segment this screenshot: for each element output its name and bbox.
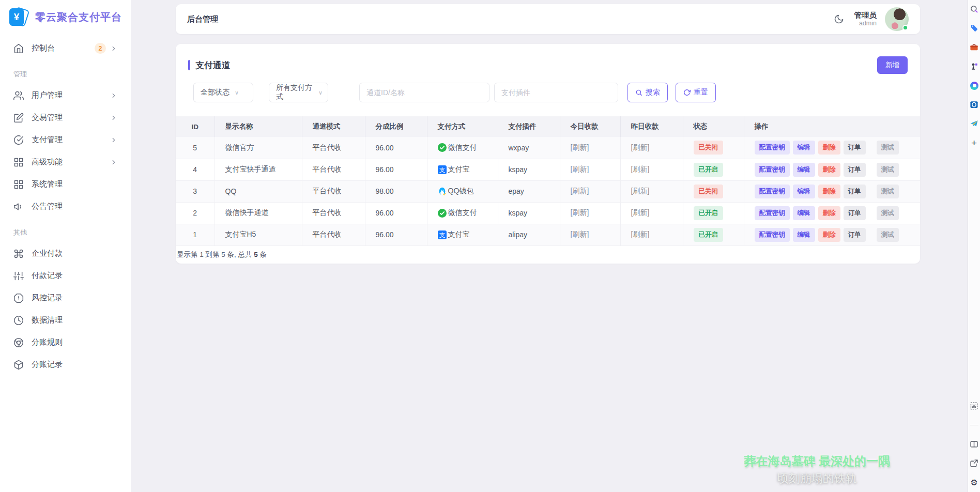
channel-id-input[interactable] [359,83,489,102]
chevron-right-icon [110,159,117,166]
cell-channel-mode: 平台代收 [302,137,365,159]
refresh-yesterday-link[interactable]: [刷新] [631,230,650,238]
configure-keys-button[interactable]: 配置密钥 [755,141,790,155]
app-title: 零云聚合支付平台 [35,10,122,24]
refresh-today-link[interactable]: [刷新] [571,187,589,195]
sidebar-item-sliders[interactable]: 付款记录 [7,265,124,287]
chess-icon[interactable] [970,62,978,71]
grid-icon [13,179,24,190]
cell-operations: 配置密钥编辑删除订单测试 [744,202,920,224]
delete-button[interactable]: 删除 [818,206,840,220]
gear-icon[interactable]: ⚙ [970,478,978,487]
tag-icon[interactable] [970,24,978,33]
sidebar-item-label: 高级功能 [32,157,63,167]
plus-icon[interactable]: + [970,139,978,147]
orders-button[interactable]: 订单 [844,228,866,242]
edit-button[interactable]: 编辑 [793,185,815,198]
method-select[interactable]: 所有支付方式 ∨ [269,83,328,102]
test-button[interactable]: 测试 [877,185,899,198]
external-link-icon[interactable] [970,459,978,468]
sidebar-item-alert-octagon[interactable]: 风控记录 [7,287,124,309]
slack-icon [13,249,24,259]
search-button[interactable]: 搜索 [627,83,668,102]
cell-today-income: [刷新] [560,180,620,202]
edit-button[interactable]: 编辑 [793,228,815,242]
refresh-yesterday-link[interactable]: [刷新] [631,208,650,217]
cell-id: 3 [176,180,215,202]
delete-button[interactable]: 删除 [818,141,840,155]
check-circle-icon [13,135,24,145]
status-select[interactable]: 全部状态 ∨ [193,83,253,102]
toolbox-icon[interactable] [970,43,978,52]
cell-split-ratio: 96.00 [365,202,427,224]
sidebar-item-box[interactable]: 分账记录 [7,353,124,376]
cell-status: 已关闭 [683,137,744,159]
dark-mode-toggle[interactable] [832,12,846,26]
split-view-icon[interactable] [970,440,978,449]
orders-button[interactable]: 订单 [844,141,866,155]
refresh-today-link[interactable]: [刷新] [571,230,589,238]
sidebar-item-grid[interactable]: 系统管理 [7,173,124,195]
refresh-yesterday-link[interactable]: [刷新] [631,143,650,151]
sidebar-item-slack[interactable]: 企业付款 [7,242,124,265]
sidebar-item-clock[interactable]: 数据清理 [7,309,124,331]
delete-button[interactable]: 删除 [818,163,840,177]
configure-keys-button[interactable]: 配置密钥 [755,185,790,198]
outlook-icon[interactable] [970,100,978,109]
plugin-input[interactable] [494,83,618,102]
test-button[interactable]: 测试 [877,228,899,242]
edge-icon[interactable] [970,81,978,90]
screenshot-icon[interactable] [970,402,978,410]
cell-status: 已关闭 [683,180,744,202]
avatar[interactable] [885,7,909,31]
cell-plugin: kspay [498,159,560,180]
grid-icon [13,157,24,167]
test-button[interactable]: 测试 [877,163,899,177]
search-icon[interactable] [970,5,978,13]
cell-plugin: kspay [498,202,560,224]
user-role: admin [854,20,877,28]
edit-button[interactable]: 编辑 [793,206,815,220]
configure-keys-button[interactable]: 配置密钥 [755,228,790,242]
sidebar-item-speaker[interactable]: 公告管理 [7,195,124,218]
refresh-icon [683,89,691,96]
cell-pay-method: 微信支付 [427,202,498,224]
orders-button[interactable]: 订单 [844,206,866,220]
alert-octagon-icon [13,293,24,303]
refresh-today-link[interactable]: [刷新] [571,143,589,151]
delete-button[interactable]: 删除 [818,185,840,198]
configure-keys-button[interactable]: 配置密钥 [755,206,790,220]
sidebar-item-label: 用户管理 [32,90,63,100]
sidebar-item-grid[interactable]: 高级功能 [7,151,124,173]
refresh-today-link[interactable]: [刷新] [571,208,589,217]
refresh-yesterday-link[interactable]: [刷新] [631,187,650,195]
alipay-icon: 支 [438,230,447,239]
sidebar-item-check-circle[interactable]: 支付管理 [7,129,124,151]
telegram-icon[interactable] [970,119,978,128]
configure-keys-button[interactable]: 配置密钥 [755,163,790,177]
cell-display-name: 微信官方 [215,137,302,159]
edit-button[interactable]: 编辑 [793,163,815,177]
box-icon [13,360,24,370]
sidebar-item-label: 系统管理 [32,179,63,189]
payment-channel-panel: 支付通道 新增 全部状态 ∨ 所有支付方式 ∨ 搜索 重置 [176,44,920,264]
cell-yesterday-income: [刷新] [620,180,683,202]
test-button[interactable]: 测试 [877,141,899,155]
test-button[interactable]: 测试 [877,206,899,220]
reset-button[interactable]: 重置 [676,83,716,102]
page-title: 后台管理 [187,14,218,24]
online-status-dot [902,25,908,30]
add-button[interactable]: 新增 [877,56,908,74]
sidebar-item-home[interactable]: 控制台2 [7,37,124,59]
refresh-today-link[interactable]: [刷新] [571,165,589,173]
sidebar-item-chrome[interactable]: 分账规则 [7,331,124,353]
column-header: 通道模式 [302,116,365,137]
sidebar-item-edit[interactable]: 交易管理 [7,106,124,129]
refresh-yesterday-link[interactable]: [刷新] [631,165,650,173]
orders-button[interactable]: 订单 [844,185,866,198]
sidebar-item-users[interactable]: 用户管理 [7,84,124,106]
filter-row: 全部状态 ∨ 所有支付方式 ∨ 搜索 重置 [176,74,920,102]
orders-button[interactable]: 订单 [844,163,866,177]
delete-button[interactable]: 删除 [818,228,840,242]
edit-button[interactable]: 编辑 [793,141,815,155]
